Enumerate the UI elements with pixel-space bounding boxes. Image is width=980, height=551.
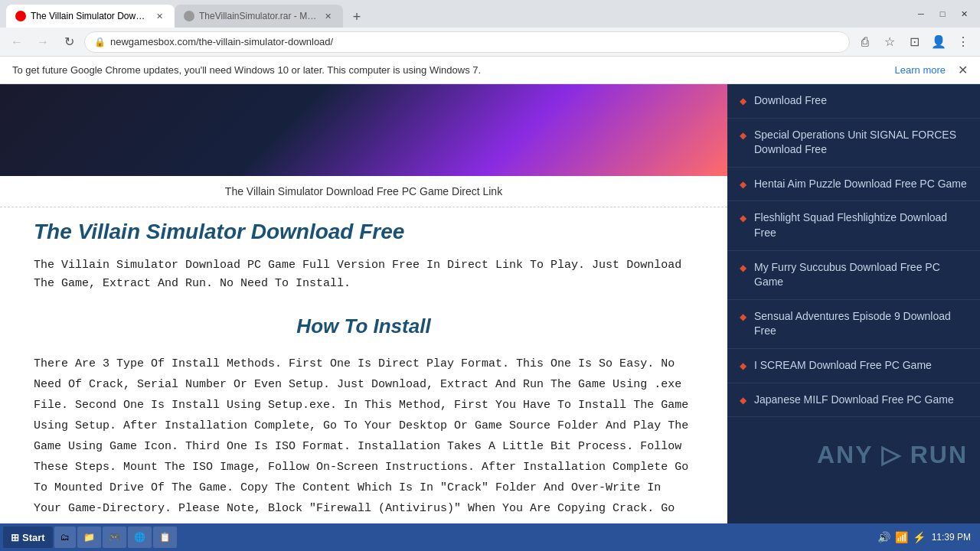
info-bar-message: To get future Google Chrome updates, you… xyxy=(12,64,481,76)
anyrun-logo: ANY ▷ RUN xyxy=(727,417,980,492)
info-bar-close[interactable]: ✕ xyxy=(958,63,968,77)
url-text: newgamesbox.com/the-villain-simulator-do… xyxy=(110,36,840,47)
tab-search-icon[interactable]: ⊡ xyxy=(903,31,925,53)
sidebar-diamond-5: ◆ xyxy=(740,311,746,324)
page-content: The Villain Simulator Download Free PC G… xyxy=(0,84,980,551)
taskbar: ⊞ Start 🗂 📁 🎮 🌐 📋 🔊 📶 ⚡ 11:39 PM xyxy=(0,523,980,551)
sidebar-text-0: Download Free xyxy=(754,93,827,109)
sidebar-text-6: I SCREAM Download Free PC Game xyxy=(754,358,932,373)
url-bar[interactable]: 🔒 newgamesbox.com/the-villain-simulator-… xyxy=(84,31,850,53)
taskbar-item-2[interactable]: 🎮 xyxy=(103,527,126,548)
sidebar-item-4[interactable]: ◆ My Furry Succubus Download Free PC Gam… xyxy=(727,251,980,300)
page-subtitle: The Villain Simulator Download Free PC G… xyxy=(0,176,727,207)
start-button[interactable]: ⊞ Start xyxy=(3,527,53,548)
taskbar-item-4[interactable]: 📋 xyxy=(153,527,177,548)
sidebar-text-7: Japanese MILF Download Free PC Game xyxy=(754,393,954,408)
intro-text: The Villain Simulator Download PC Game F… xyxy=(0,250,727,299)
sidebar-diamond-3: ◆ xyxy=(740,212,746,225)
tab-title-1: The Villain Simulator Download Free xyxy=(31,11,149,21)
network-icon: 📶 xyxy=(895,531,908,543)
sidebar-text-4: My Furry Succubus Download Free PC Game xyxy=(754,260,968,290)
sidebar-item-1[interactable]: ◆ Special Operations Unit SIGNAL FORCES … xyxy=(727,119,980,168)
tab-close-1[interactable]: ✕ xyxy=(153,10,165,22)
how-to-title: How To Install xyxy=(0,299,727,347)
sidebar-diamond-7: ◆ xyxy=(740,394,746,407)
taskbar-system-icons: 🔊 📶 ⚡ xyxy=(877,531,926,543)
sidebar-diamond-6: ◆ xyxy=(740,360,746,373)
new-tab-button[interactable]: + xyxy=(346,6,368,28)
power-icon: ⚡ xyxy=(913,531,926,543)
menu-icon[interactable]: ⋮ xyxy=(952,31,974,53)
start-icon: ⊞ xyxy=(11,532,19,543)
title-bar: The Villain Simulator Download Free ✕ Th… xyxy=(0,0,980,28)
minimize-button[interactable]: ─ xyxy=(911,6,931,21)
sidebar-item-0[interactable]: ◆ Download Free xyxy=(727,84,980,119)
sidebar-diamond-4: ◆ xyxy=(740,262,746,275)
tab-active[interactable]: The Villain Simulator Download Free ✕ xyxy=(6,5,175,28)
clock: 11:39 PM xyxy=(932,532,971,543)
main-content: The Villain Simulator Download Free PC G… xyxy=(0,84,727,551)
address-bar: ← → ↻ 🔒 newgamesbox.com/the-villain-simu… xyxy=(0,28,980,57)
maximize-button[interactable]: □ xyxy=(933,6,952,21)
info-bar: To get future Google Chrome updates, you… xyxy=(0,57,980,84)
sidebar-text-3: Fleshlight Squad Fleshlightize Download … xyxy=(754,210,968,240)
share-icon[interactable]: ⎙ xyxy=(854,31,876,53)
forward-button[interactable]: → xyxy=(32,31,54,53)
close-button[interactable]: ✕ xyxy=(954,6,974,21)
sidebar-item-5[interactable]: ◆ Sensual Adventures Episode 9 Download … xyxy=(727,300,980,349)
window-controls: ─ □ ✕ xyxy=(911,6,974,21)
bookmark-icon[interactable]: ☆ xyxy=(879,31,900,53)
back-button[interactable]: ← xyxy=(6,31,28,53)
sidebar-diamond-1: ◆ xyxy=(740,129,746,142)
tab-close-2[interactable]: ✕ xyxy=(322,10,334,22)
tab-favicon-2 xyxy=(184,11,194,21)
volume-icon: 🔊 xyxy=(877,531,890,543)
sidebar-item-3[interactable]: ◆ Fleshlight Squad Fleshlightize Downloa… xyxy=(727,201,980,250)
tab-inactive[interactable]: TheVillainSimulator.rar - MegaUp ✕ xyxy=(175,5,343,28)
sidebar-text-2: Hentai Aim Puzzle Download Free PC Game xyxy=(754,177,967,192)
sidebar: ◆ Download Free ◆ Special Operations Uni… xyxy=(727,84,980,551)
tab-favicon-1 xyxy=(15,11,26,21)
image-banner xyxy=(0,84,727,176)
page-title: The Villain Simulator Download Free xyxy=(0,207,727,250)
taskbar-right: 🔊 📶 ⚡ 11:39 PM xyxy=(877,531,977,543)
tab-title-2: TheVillainSimulator.rar - MegaUp xyxy=(199,11,317,21)
toolbar-icons: ⎙ ☆ ⊡ 👤 ⋮ xyxy=(854,31,974,53)
tab-strip: The Villain Simulator Download Free ✕ Th… xyxy=(6,0,368,28)
start-label: Start xyxy=(22,532,45,543)
refresh-button[interactable]: ↻ xyxy=(58,31,80,53)
sidebar-text-1: Special Operations Unit SIGNAL FORCES Do… xyxy=(754,128,968,158)
taskbar-item-1[interactable]: 📁 xyxy=(77,527,101,548)
sidebar-diamond-2: ◆ xyxy=(740,178,746,191)
sidebar-text-5: Sensual Adventures Episode 9 Download Fr… xyxy=(754,309,968,339)
profile-icon[interactable]: 👤 xyxy=(928,31,949,53)
taskbar-item-3[interactable]: 🌐 xyxy=(128,527,152,548)
sidebar-item-7[interactable]: ◆ Japanese MILF Download Free PC Game xyxy=(727,383,980,418)
sidebar-item-6[interactable]: ◆ I SCREAM Download Free PC Game xyxy=(727,349,980,383)
taskbar-item-0[interactable]: 🗂 xyxy=(54,527,76,548)
learn-more-link[interactable]: Learn more xyxy=(895,64,946,76)
body-text: There Are 3 Type Of Install Methods. Fir… xyxy=(0,347,727,546)
sidebar-item-2[interactable]: ◆ Hentai Aim Puzzle Download Free PC Gam… xyxy=(727,168,980,202)
sidebar-diamond-0: ◆ xyxy=(740,95,746,108)
lock-icon: 🔒 xyxy=(94,37,106,47)
